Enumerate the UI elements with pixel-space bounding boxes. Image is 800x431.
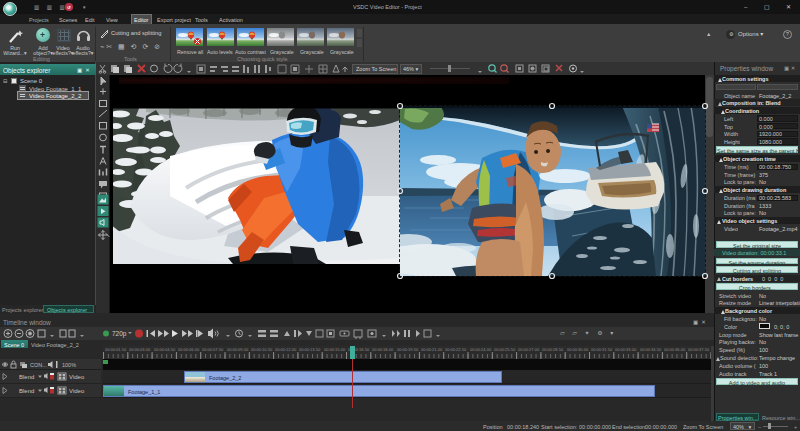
svg-text:Blend: Blend (19, 388, 34, 394)
svg-text:720p: 720p (112, 330, 127, 338)
svg-text:100%: 100% (62, 362, 76, 368)
svg-text:CON...: CON... (30, 362, 47, 368)
svg-text:Video: Video (69, 388, 85, 394)
svg-text:Blend: Blend (19, 374, 34, 380)
svg-text:Video: Video (69, 374, 85, 380)
